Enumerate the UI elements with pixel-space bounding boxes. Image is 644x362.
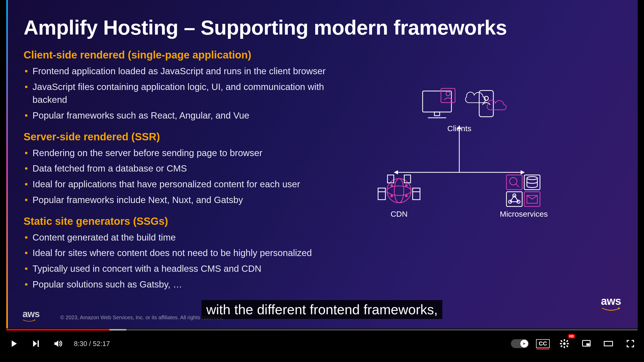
video-progress-bar[interactable] bbox=[6, 329, 638, 331]
bullet-list-ssr: Rendering on the server before sending p… bbox=[24, 146, 357, 206]
svg-rect-5 bbox=[423, 91, 451, 112]
slide-text-column: Client-side rendered (single-page applic… bbox=[24, 49, 357, 293]
cc-active-indicator bbox=[537, 349, 549, 350]
svg-rect-47 bbox=[567, 343, 569, 344]
svg-rect-20 bbox=[378, 188, 385, 200]
captions-button[interactable]: CC bbox=[536, 339, 550, 348]
svg-point-18 bbox=[390, 195, 393, 197]
architecture-diagram: Clients CDN Microservices bbox=[368, 49, 617, 248]
svg-rect-7 bbox=[434, 112, 440, 116]
aws-logo-right: aws bbox=[601, 295, 621, 312]
svg-point-15 bbox=[394, 179, 404, 203]
fullscreen-button[interactable] bbox=[623, 336, 638, 351]
svg-rect-53 bbox=[586, 343, 590, 346]
diagram-label-microservices: Microservices bbox=[490, 210, 558, 219]
theater-mode-button[interactable] bbox=[601, 336, 616, 351]
video-controls: 8:30 / 52:17 CC HD bbox=[6, 333, 638, 354]
svg-point-43 bbox=[563, 342, 566, 345]
volume-button[interactable] bbox=[50, 336, 65, 351]
svg-rect-54 bbox=[604, 341, 613, 346]
section-heading-csr: Client-side rendered (single-page applic… bbox=[24, 49, 357, 61]
svg-rect-46 bbox=[560, 343, 562, 344]
svg-rect-42 bbox=[37, 340, 39, 347]
settings-button[interactable]: HD bbox=[557, 336, 572, 351]
bullet-item: Rendering on the server before sending p… bbox=[24, 146, 357, 159]
play-button[interactable] bbox=[6, 336, 21, 351]
svg-rect-45 bbox=[564, 346, 565, 348]
svg-line-35 bbox=[510, 195, 514, 202]
cc-label: CC bbox=[539, 340, 547, 347]
bullet-item: Typically used in concert with a headles… bbox=[24, 262, 357, 275]
svg-rect-11 bbox=[479, 91, 493, 117]
bullet-item: Popular frameworks such as React, Angula… bbox=[24, 109, 357, 122]
autoplay-knob bbox=[520, 340, 528, 348]
slide-title: Amplify Hosting – Supporting modern fram… bbox=[24, 16, 617, 40]
bullet-item: Data fetched from a database or CMS bbox=[24, 162, 357, 175]
bullet-list-ssg: Content generated at the build time Idea… bbox=[24, 231, 357, 291]
copyright-text: © 2023, Amazon Web Services, Inc. or its… bbox=[60, 315, 223, 321]
svg-rect-22 bbox=[413, 188, 420, 200]
section-heading-ssr: Server-side rendered (SSR) bbox=[24, 131, 357, 143]
aws-logo-text: aws bbox=[23, 308, 40, 319]
bullet-item: Ideal for sites where content does not n… bbox=[24, 246, 357, 259]
svg-rect-26 bbox=[506, 175, 522, 190]
section-heading-ssg: Static site generators (SSGs) bbox=[24, 215, 357, 227]
svg-rect-51 bbox=[560, 345, 563, 347]
bullet-item: Popular solutions such as Gatsby, … bbox=[24, 278, 357, 291]
svg-marker-4 bbox=[521, 170, 525, 174]
svg-point-17 bbox=[405, 184, 408, 187]
svg-rect-49 bbox=[566, 345, 569, 347]
svg-point-10 bbox=[446, 92, 450, 96]
video-timecode: 8:30 / 52:17 bbox=[74, 340, 110, 348]
svg-rect-48 bbox=[560, 340, 563, 342]
svg-point-13 bbox=[387, 179, 411, 203]
svg-point-14 bbox=[387, 186, 411, 195]
svg-point-19 bbox=[405, 195, 408, 197]
svg-rect-44 bbox=[564, 339, 565, 341]
svg-point-30 bbox=[527, 177, 537, 180]
svg-rect-50 bbox=[566, 340, 569, 342]
bullet-item: Frontend application loaded as JavaScrip… bbox=[24, 65, 357, 78]
next-button[interactable] bbox=[28, 336, 43, 351]
time-duration: 52:17 bbox=[93, 340, 110, 348]
video-progress-played bbox=[6, 329, 109, 331]
bullet-item: Popular frameworks include Next, Nuxt, a… bbox=[24, 193, 357, 206]
svg-point-12 bbox=[484, 96, 488, 100]
bullet-item: JavaScript files containing application … bbox=[24, 80, 357, 106]
autoplay-toggle[interactable] bbox=[511, 339, 529, 348]
bullet-item: Content generated at the build time bbox=[24, 231, 357, 244]
aws-logo-footer: aws bbox=[23, 308, 40, 322]
hd-badge: HD bbox=[568, 334, 575, 338]
time-separator: / bbox=[87, 340, 93, 348]
bullet-item: Ideal for applications that have persona… bbox=[24, 178, 357, 191]
aws-logo-right-text: aws bbox=[601, 295, 621, 307]
svg-marker-3 bbox=[394, 170, 398, 174]
miniplayer-button[interactable] bbox=[579, 336, 594, 351]
svg-point-16 bbox=[390, 184, 393, 187]
time-current: 8:30 bbox=[74, 340, 87, 348]
diagram-label-clients: Clients bbox=[425, 124, 493, 133]
svg-line-36 bbox=[514, 195, 519, 202]
bullet-list-csr: Frontend application loaded as JavaScrip… bbox=[24, 65, 357, 122]
diagram-label-cdn: CDN bbox=[365, 210, 433, 219]
video-caption: with the different frontend frameworks, bbox=[201, 300, 442, 319]
presentation-slide: Amplify Hosting – Supporting modern fram… bbox=[6, 0, 638, 328]
svg-line-28 bbox=[516, 184, 519, 187]
svg-point-27 bbox=[510, 178, 517, 185]
